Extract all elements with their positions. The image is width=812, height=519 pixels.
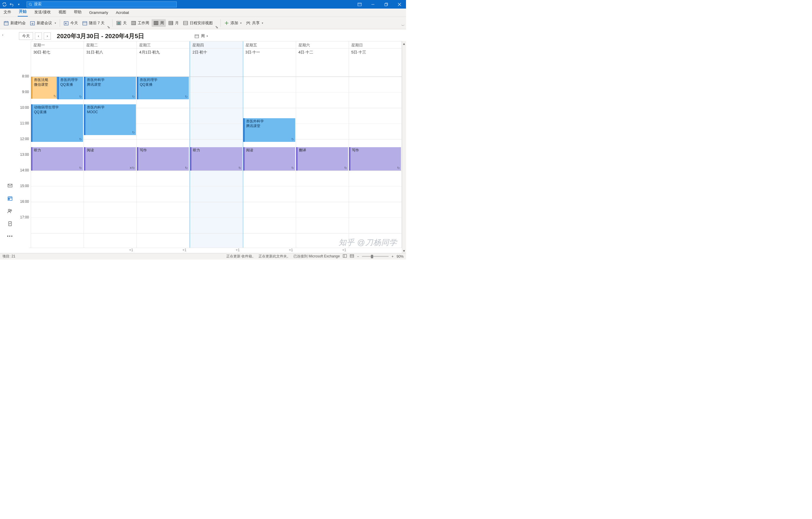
event[interactable]: 听力↻ [31,147,83,171]
svg-point-20 [10,210,12,211]
scroll-down-icon[interactable]: ▾ [402,248,406,253]
day-column-tue[interactable]: 星期二 31日·初八 兽医外科学腾讯课堂↻ 兽医内科学MOOC↻ 阅读✕↻ [84,41,137,253]
zoom-slider[interactable] [362,256,388,257]
close-icon[interactable] [393,0,406,8]
tab-help[interactable]: 帮助 [73,8,83,17]
day-view-button[interactable]: 天 [114,19,128,27]
tab-sendreceive[interactable]: 发送/接收 [33,8,52,17]
event[interactable]: 兽医外科学腾讯课堂↻ [243,118,295,142]
day-column-sat[interactable]: 星期六 4日·十二 翻译↻ [296,41,349,253]
undo-icon[interactable] [9,2,14,7]
today-button[interactable]: 今天 [19,32,33,40]
tab-acrobat[interactable]: Acrobat [115,9,130,17]
more-indicator[interactable] [349,248,402,253]
svg-rect-2 [385,4,387,6]
sync-icon: ↻ [238,166,241,170]
tab-grammarly[interactable]: Grammarly [88,9,109,17]
schedule-view-button[interactable]: 日程安排视图 [181,19,214,27]
event[interactable]: 兽医内科学MOOC↻ [84,104,136,135]
next-week-button[interactable]: › [44,32,51,39]
day-column-thu[interactable]: 星期四 2日·初十 听力↻ [190,41,243,253]
event[interactable]: 兽医药理学QQ直播↻ [57,77,83,99]
new-appointment-button[interactable]: 新建约会 [2,19,27,27]
minimize-icon[interactable] [366,0,379,8]
calendar-people-icon [30,20,35,26]
event[interactable]: 兽医药理学QQ直播↻ [137,77,189,99]
tasks-icon[interactable] [7,221,13,227]
folder-pane-expand[interactable]: › [0,29,5,253]
new-meeting-label: 新建会议 [37,20,52,26]
day-column-fri[interactable]: 星期五 3日·十一 兽医外科学腾讯课堂↻ 阅读↻ [243,41,296,253]
day-column-wed[interactable]: 星期三 4月1日·初九 兽医药理学QQ直播↻ 写作↻ [137,41,190,253]
svg-rect-3 [4,22,8,25]
zoom-level[interactable]: 90% [397,255,404,259]
svg-point-0 [29,3,32,5]
event[interactable]: 动物病理生理学QQ直播↻ [31,104,83,142]
view-reading-icon[interactable] [350,254,354,259]
month-view-button[interactable]: 月 [166,19,180,27]
goto-today-button[interactable]: 今天 [62,19,80,27]
day-column-mon[interactable]: 星期一 30日·初七 兽医法规微信课堂↻ 兽医药理学QQ直播↻ 动物病理生理学Q… [31,41,84,253]
today-icon [63,20,69,26]
ribbon-collapse-icon[interactable]: ﹀ [401,23,405,28]
day-date: 30日·初七 [31,49,84,77]
more-indicator[interactable]: +1 [136,248,189,253]
view-normal-icon[interactable] [343,254,347,259]
more-indicator[interactable]: +1 [189,248,242,253]
svg-rect-22 [195,35,199,38]
week-view-button[interactable]: 周 [152,19,166,27]
share-calendar-button[interactable]: 共享▾ [244,19,265,27]
more-indicator[interactable]: +1 [82,248,135,253]
event[interactable]: 写作↻ [349,147,401,171]
dialog-launcher-icon[interactable]: ⬊ [215,25,219,28]
event[interactable]: 阅读✕↻ [84,147,136,171]
new-meeting-button[interactable]: 新建会议▾ [28,19,58,27]
zoom-in-button[interactable]: + [392,255,394,259]
workweek-view-button[interactable]: 工作周 [129,19,151,27]
svg-rect-4 [30,22,35,25]
svg-point-15 [249,22,250,23]
svg-point-14 [247,22,248,23]
event[interactable]: 兽医法规微信课堂↻ [31,77,57,99]
prev-week-button[interactable]: ‹ [35,32,42,39]
ribbon-display-icon[interactable] [353,0,366,8]
tab-file[interactable]: 文件 [2,8,12,17]
scroll-up-icon[interactable]: ▴ [402,41,406,46]
chevron-down-icon: ▾ [207,35,208,37]
qat-dropdown-icon[interactable]: ▾ [16,2,21,7]
tab-view[interactable]: 视图 [57,8,67,17]
event[interactable]: 兽医外科学腾讯课堂↻ [84,77,136,99]
event[interactable]: 写作↻ [137,147,189,171]
sync-icon: ↻ [291,137,294,141]
add-calendar-button[interactable]: 添加▾ [223,19,243,27]
svg-rect-16 [8,184,12,187]
view-dropdown[interactable]: 周 ▾ [195,33,397,39]
svg-point-19 [8,209,10,211]
tab-home[interactable]: 开始 [18,8,28,17]
mail-icon[interactable] [7,183,13,189]
next-7-days-button[interactable]: 随后 7 天 [80,19,106,27]
maximize-icon[interactable] [379,0,393,8]
time-label: 9:00 [17,90,31,106]
more-indicator[interactable]: +1 [242,248,295,253]
more-indicator[interactable] [29,248,82,253]
search-input[interactable]: 搜索 [27,1,177,7]
sync-icon[interactable] [2,2,7,7]
sync-icon: ↻ [344,166,347,170]
status-text: 正在更新此文件夹。 [259,254,290,259]
vertical-scrollbar[interactable]: ▴ ▾ [402,41,406,253]
day-header: 星期日 [349,41,402,49]
event[interactable]: 阅读↻ [243,147,295,171]
event[interactable]: 翻译↻ [296,147,348,171]
zoom-out-button[interactable]: − [357,255,359,259]
day-column-sun[interactable]: 星期日 5日·十三 写作↻ [349,41,402,253]
more-indicator[interactable]: +1 [295,248,348,253]
svg-rect-1 [358,3,361,6]
svg-rect-23 [343,255,347,257]
event[interactable]: 听力↻ [190,147,242,171]
more-icon[interactable]: ••• [7,234,13,238]
people-icon[interactable] [7,208,13,214]
dialog-launcher-icon[interactable]: ⬊ [107,25,111,28]
day-header: 星期三 [137,41,190,49]
calendar-icon[interactable] [7,196,13,202]
